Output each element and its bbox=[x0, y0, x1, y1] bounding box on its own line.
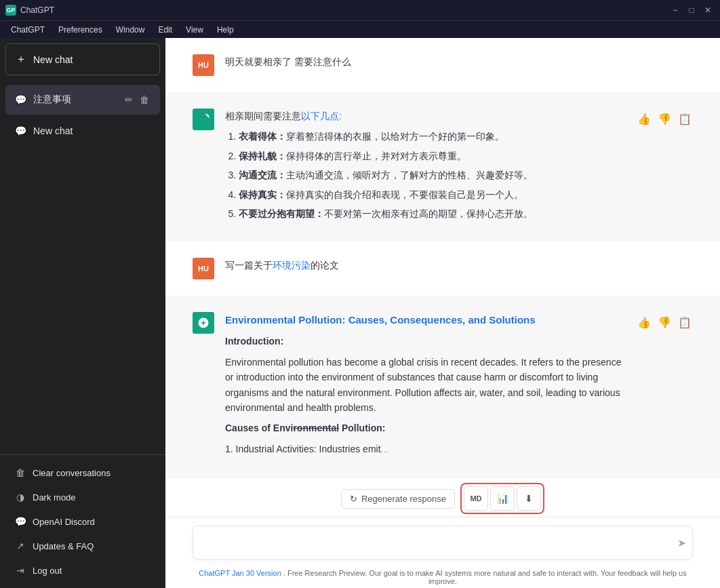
regenerate-button[interactable]: ↻ Regenerate response bbox=[341, 489, 455, 509]
menu-chatgpt[interactable]: ChatGPT bbox=[5, 24, 50, 36]
delete-icon[interactable]: 🗑 bbox=[138, 93, 151, 106]
chat-input[interactable] bbox=[193, 526, 693, 560]
app-icon: GP bbox=[5, 5, 16, 16]
input-row: ➤ bbox=[193, 526, 693, 560]
clear-conversations-button[interactable]: 🗑 Clear conversations bbox=[5, 460, 160, 485]
conv-item-label: 注意事项 bbox=[33, 94, 71, 106]
chat-icon: 💬 bbox=[15, 94, 26, 105]
version-link[interactable]: ChatGPT Jan 30 Version bbox=[199, 569, 281, 577]
user-message-content-1: 明天就要相亲了 需要注意什么 bbox=[225, 54, 693, 69]
menu-help[interactable]: Help bbox=[212, 24, 239, 36]
causes-item1: 1. Industrial Activities: Industries emi… bbox=[225, 442, 625, 456]
thumbs-up-button-2[interactable]: 👍 bbox=[636, 315, 652, 330]
faq-icon: ↗ bbox=[15, 541, 26, 551]
dark-mode-label: Dark mode bbox=[33, 492, 76, 503]
dark-mode-icon: ◑ bbox=[15, 492, 26, 503]
refresh-icon: ↻ bbox=[350, 494, 357, 504]
conv-item-left: 💬 注意事项 bbox=[15, 94, 71, 106]
assistant-avatar-1 bbox=[193, 109, 214, 130]
user-message-2: HU 写一篇关于环境污染的论文 bbox=[165, 241, 720, 296]
md-icon: MD bbox=[470, 494, 481, 503]
thumbs-up-button[interactable]: 👍 bbox=[636, 111, 652, 127]
input-area: ➤ bbox=[165, 517, 720, 565]
logout-label: Log out bbox=[33, 566, 62, 576]
user-message-1: HU 明天就要相亲了 需要注意什么 bbox=[165, 38, 720, 92]
sidebar-bottom: 🗑 Clear conversations ◑ Dark mode 💬 Open… bbox=[0, 454, 165, 588]
new-chat-label: New chat bbox=[33, 54, 73, 65]
new-chat-plain-button[interactable]: 💬 New chat bbox=[5, 117, 160, 144]
thumbs-down-button-2[interactable]: 👎 bbox=[656, 315, 673, 330]
user-avatar-1: HU bbox=[193, 54, 214, 76]
user-avatar-2: HU bbox=[193, 258, 214, 279]
sidebar-spacer bbox=[0, 146, 165, 454]
clear-conversations-label: Clear conversations bbox=[33, 468, 111, 478]
menu-view[interactable]: View bbox=[180, 24, 209, 36]
assistant-message-1: 相亲期间需要注意以下几点: 衣着得体：穿着整洁得体的衣服，以给对方一个好的第一印… bbox=[165, 92, 720, 241]
trash-icon: 🗑 bbox=[15, 467, 26, 478]
menu-bar: ChatGPT Preferences Window Edit View Hel… bbox=[0, 20, 720, 38]
app-title: ChatGPT bbox=[20, 5, 54, 15]
chat-area: HU 明天就要相亲了 需要注意什么 相亲期间需要注意以下几点: 衣着得体：穿着整… bbox=[165, 38, 720, 588]
export-group: MD 📊 ⬇ bbox=[460, 483, 544, 514]
regenerate-label: Regenerate response bbox=[361, 494, 446, 504]
maximize-button[interactable]: □ bbox=[685, 3, 698, 17]
user-message-text-2: 写一篇关于环境污染的论文 bbox=[225, 260, 339, 271]
close-button[interactable]: ✕ bbox=[701, 3, 715, 17]
list-item: 保持真实：保持真实的自我介绍和表现，不要假装自己是另一个人。 bbox=[239, 187, 625, 202]
assistant-msg2-title: Environmental Pollution: Causes, Consequ… bbox=[225, 312, 625, 328]
export-chart-button[interactable]: 📊 bbox=[490, 486, 515, 511]
export-download-button[interactable]: ⬇ bbox=[517, 486, 541, 511]
list-item: 衣着得体：穿着整洁得体的衣服，以给对方一个好的第一印象。 bbox=[239, 129, 625, 144]
title-bar: GP ChatGPT − □ ✕ bbox=[0, 0, 720, 20]
logout-button[interactable]: ⇥ Log out bbox=[5, 558, 160, 583]
assistant-msg1-title: 相亲期间需要注意以下几点: bbox=[225, 109, 625, 123]
menu-edit[interactable]: Edit bbox=[153, 24, 178, 36]
copy-button[interactable]: 📋 bbox=[677, 111, 693, 127]
logout-icon: ⇥ bbox=[15, 565, 26, 576]
assistant-message-content-1: 相亲期间需要注意以下几点: 衣着得体：穿着整洁得体的衣服，以给对方一个好的第一印… bbox=[225, 109, 625, 225]
title-bar-left: GP ChatGPT bbox=[5, 5, 54, 16]
new-chat-button[interactable]: ＋ New chat bbox=[5, 43, 160, 75]
chat-plain-icon: 💬 bbox=[15, 125, 26, 136]
chat-messages: HU 明天就要相亲了 需要注意什么 相亲期间需要注意以下几点: 衣着得体：穿着整… bbox=[165, 38, 720, 479]
plus-icon: ＋ bbox=[16, 52, 26, 66]
sidebar-top: ＋ New chat bbox=[0, 38, 165, 83]
new-chat-plain-label: New chat bbox=[33, 125, 73, 136]
dark-mode-button[interactable]: ◑ Dark mode bbox=[5, 485, 160, 509]
discord-icon: 💬 bbox=[15, 516, 26, 527]
chat-footer: ChatGPT Jan 30 Version . Free Research P… bbox=[165, 565, 720, 588]
faq-label: Updates & FAQ bbox=[33, 541, 94, 551]
assistant-avatar-2 bbox=[193, 312, 214, 334]
discord-button[interactable]: 💬 OpenAI Discord bbox=[5, 509, 160, 534]
minimize-button[interactable]: − bbox=[668, 3, 682, 17]
user-message-text-1: 明天就要相亲了 需要注意什么 bbox=[225, 56, 351, 67]
intro-label: Introduction: bbox=[225, 334, 625, 349]
title-bar-controls: − □ ✕ bbox=[668, 3, 715, 17]
intro-text: Environmental pollution has become a glo… bbox=[225, 355, 625, 416]
main-layout: ＋ New chat 💬 注意事项 ✏ 🗑 💬 New chat 🗑 bbox=[0, 38, 720, 588]
list-item: 沟通交流：主动沟通交流，倾听对方，了解对方的性格、兴趣爱好等。 bbox=[239, 168, 625, 182]
edit-icon[interactable]: ✏ bbox=[123, 93, 134, 106]
assistant-msg1-actions: 👍 👎 📋 bbox=[636, 111, 693, 127]
menu-window[interactable]: Window bbox=[111, 24, 151, 36]
list-item: 保持礼貌：保持得体的言行举止，并对对方表示尊重。 bbox=[239, 149, 625, 163]
chart-icon: 📊 bbox=[497, 493, 508, 504]
assistant-message-content-2: Environmental Pollution: Causes, Consequ… bbox=[225, 312, 625, 462]
conv-item-actions: ✏ 🗑 bbox=[123, 93, 151, 106]
conversation-item[interactable]: 💬 注意事项 ✏ 🗑 bbox=[5, 85, 160, 115]
menu-preferences[interactable]: Preferences bbox=[53, 24, 108, 36]
footer-text: . Free Research Preview. Our goal is to … bbox=[283, 569, 687, 585]
assistant-msg1-list: 衣着得体：穿着整洁得体的衣服，以给对方一个好的第一印象。 保持礼貌：保持得体的言… bbox=[225, 129, 625, 221]
user-message-content-2: 写一篇关于环境污染的论文 bbox=[225, 258, 693, 273]
assistant-message-2: Environmental Pollution: Causes, Consequ… bbox=[165, 296, 720, 478]
sidebar: ＋ New chat 💬 注意事项 ✏ 🗑 💬 New chat 🗑 bbox=[0, 38, 165, 588]
faq-button[interactable]: ↗ Updates & FAQ bbox=[5, 534, 160, 558]
causes-label: Causes of Environmental Pollution: bbox=[225, 420, 625, 435]
download-icon: ⬇ bbox=[525, 493, 533, 504]
assistant-msg2-actions: 👍 👎 📋 bbox=[636, 315, 693, 330]
list-item: 不要过分抱有期望：不要对第一次相亲有过高的期望，保持心态开放。 bbox=[239, 206, 625, 221]
export-md-button[interactable]: MD bbox=[464, 486, 488, 511]
send-button[interactable]: ➤ bbox=[677, 536, 686, 549]
thumbs-down-button[interactable]: 👎 bbox=[656, 111, 673, 127]
copy-button-2[interactable]: 📋 bbox=[677, 315, 693, 330]
